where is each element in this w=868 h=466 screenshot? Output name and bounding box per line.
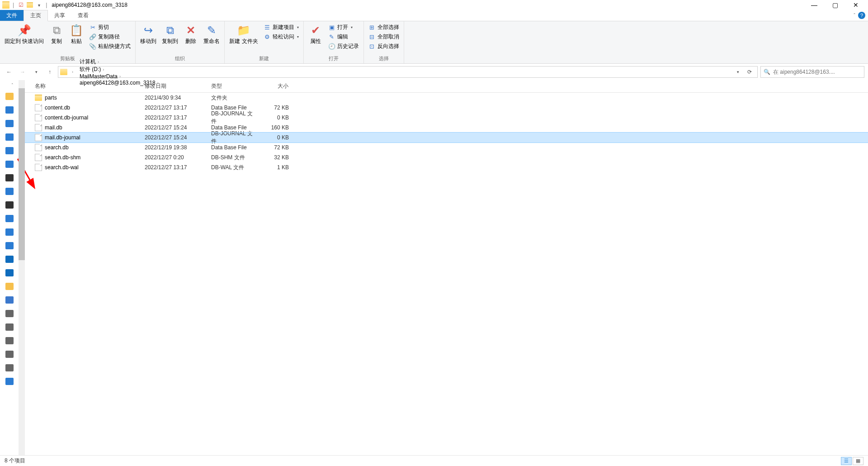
nav-item-icon[interactable] bbox=[5, 351, 14, 358]
ribbon-group-select: ⊞全部选择 ⊟全部取消 ⊡反向选择 选择 bbox=[364, 21, 404, 63]
col-type[interactable]: 类型 bbox=[207, 82, 261, 90]
open-button[interactable]: ▣打开▾ bbox=[326, 23, 361, 32]
paste-shortcut-button[interactable]: 📎粘贴快捷方式 bbox=[87, 42, 132, 51]
column-headers[interactable]: ˄ 名称 修改日期 类型 大小 bbox=[25, 80, 868, 93]
edit-button[interactable]: ✎编辑 bbox=[326, 33, 361, 41]
copy-button[interactable]: ⧉复制 bbox=[47, 22, 66, 46]
nav-item-icon[interactable] bbox=[5, 228, 14, 236]
ribbon-group-open: ✔属性 ▣打开▾ ✎编辑 🕘历史记录 打开 bbox=[304, 21, 364, 63]
search-input[interactable]: 🔍 bbox=[760, 66, 864, 78]
select-none-button[interactable]: ⊟全部取消 bbox=[367, 33, 401, 41]
help-icon[interactable]: ? bbox=[858, 12, 865, 19]
status-text: 8 个项目 bbox=[5, 457, 25, 465]
ribbon-collapse-icon[interactable]: ˆ bbox=[854, 13, 855, 18]
minimize-button[interactable]: ― bbox=[804, 0, 825, 10]
nav-item-icon[interactable] bbox=[5, 174, 14, 181]
table-row[interactable]: search.db-shm2022/12/27 0:20DB-SHM 文件32 … bbox=[25, 152, 868, 162]
breadcrumb-item[interactable]: 计算机› bbox=[78, 58, 162, 66]
nav-item-icon[interactable] bbox=[5, 269, 14, 276]
table-row[interactable]: parts2021/4/30 9:34文件夹 bbox=[25, 93, 868, 103]
ribbon: 📌固定到 快速访问 ⧉复制 📋粘贴 ✂剪切 🔗复制路径 📎粘贴快捷方式 剪贴板 … bbox=[0, 21, 868, 64]
title-bar: | ☑ ▾ | aipeng864128@163.com_3318 ― ▢ ✕ bbox=[0, 0, 868, 10]
navigation-pane[interactable]: ˄ bbox=[0, 80, 25, 455]
qat-properties-icon[interactable]: ☑ bbox=[17, 1, 25, 9]
nav-item-icon[interactable] bbox=[5, 201, 14, 209]
table-row[interactable]: content.db2022/12/27 13:17Data Base File… bbox=[25, 103, 868, 113]
nav-item-icon[interactable] bbox=[5, 147, 14, 154]
nav-item-icon[interactable] bbox=[5, 242, 14, 249]
copy-path-button[interactable]: 🔗复制路径 bbox=[87, 33, 132, 41]
tab-share[interactable]: 共享 bbox=[48, 10, 71, 21]
nav-item-icon[interactable] bbox=[5, 93, 14, 100]
table-row[interactable]: search.db2022/12/19 19:38Data Base File7… bbox=[25, 143, 868, 152]
nav-back-button[interactable]: ← bbox=[4, 67, 14, 77]
nav-item-icon[interactable] bbox=[5, 161, 14, 168]
copy-to-button[interactable]: ⧉复制到 bbox=[160, 22, 180, 46]
tab-home[interactable]: 主页 bbox=[24, 10, 48, 21]
qat-newfolder-icon[interactable] bbox=[26, 1, 34, 9]
nav-item-icon[interactable] bbox=[5, 296, 14, 304]
nav-item-icon[interactable] bbox=[5, 120, 14, 127]
address-bar: ← → ▾ ↑ › 计算机›软件 (D:)›MailMasterData›aip… bbox=[0, 64, 868, 80]
tab-file[interactable]: 文件 bbox=[0, 10, 24, 21]
col-size[interactable]: 大小 bbox=[261, 82, 293, 90]
nav-forward-button[interactable]: → bbox=[17, 67, 28, 77]
nav-scrollbar[interactable] bbox=[19, 80, 25, 455]
pin-button[interactable]: 📌固定到 快速访问 bbox=[3, 22, 46, 46]
nav-item-icon[interactable] bbox=[5, 256, 14, 263]
cut-button[interactable]: ✂剪切 bbox=[87, 23, 132, 32]
file-icon bbox=[35, 154, 42, 161]
breadcrumb[interactable]: › 计算机›软件 (D:)›MailMasterData›aipeng86412… bbox=[58, 66, 758, 78]
history-button[interactable]: 🕘历史记录 bbox=[326, 42, 361, 51]
file-icon bbox=[35, 104, 42, 111]
nav-item-icon[interactable] bbox=[5, 133, 14, 141]
properties-button[interactable]: ✔属性 bbox=[307, 22, 325, 46]
chevron-up-icon[interactable]: ˄ bbox=[11, 83, 14, 87]
table-row[interactable]: mail.db2022/12/27 15:24Data Base File160… bbox=[25, 123, 868, 133]
table-row[interactable]: mail.db-journal2022/12/27 15:24DB-JOURNA… bbox=[25, 133, 868, 143]
nav-item-icon[interactable] bbox=[5, 188, 14, 195]
sort-indicator-icon: ˄ bbox=[106, 81, 108, 85]
view-icons-button[interactable]: ▦ bbox=[853, 457, 863, 465]
nav-item-icon[interactable] bbox=[5, 337, 14, 344]
file-icon bbox=[35, 124, 42, 131]
delete-button[interactable]: ✕删除 bbox=[182, 22, 200, 46]
ribbon-tabs: 文件 主页 共享 查看 ˆ ? bbox=[0, 10, 868, 21]
nav-item-icon[interactable] bbox=[5, 378, 14, 385]
new-item-button[interactable]: ☰新建项目▾ bbox=[262, 23, 301, 32]
file-icon bbox=[35, 114, 42, 121]
nav-item-icon[interactable] bbox=[5, 310, 14, 317]
nav-up-button[interactable]: ↑ bbox=[44, 67, 55, 77]
refresh-button[interactable]: ⟳ bbox=[744, 67, 755, 77]
paste-button[interactable]: 📋粘贴 bbox=[67, 22, 85, 46]
nav-item-icon[interactable] bbox=[5, 323, 14, 331]
tab-view[interactable]: 查看 bbox=[71, 10, 95, 21]
nav-item-icon[interactable] bbox=[5, 106, 14, 114]
nav-item-icon[interactable] bbox=[5, 364, 14, 371]
ribbon-group-organize: ↪移动到 ⧉复制到 ✕删除 ✎重命名 组织 bbox=[136, 21, 225, 63]
nav-recent-button[interactable]: ▾ bbox=[31, 67, 42, 77]
addr-dropdown-icon[interactable]: ▾ bbox=[732, 67, 744, 77]
nav-item-icon[interactable] bbox=[5, 283, 14, 290]
table-row[interactable]: content.db-journal2022/12/27 13:17DB-JOU… bbox=[25, 113, 868, 123]
move-to-button[interactable]: ↪移动到 bbox=[138, 22, 158, 46]
new-folder-button[interactable]: 📁新建 文件夹 bbox=[227, 22, 259, 46]
col-date[interactable]: 修改日期 bbox=[140, 82, 207, 90]
breadcrumb-item[interactable]: 软件 (D:)› bbox=[78, 66, 162, 73]
breadcrumb-item[interactable]: MailMasterData› bbox=[78, 73, 162, 80]
easy-access-button[interactable]: ⚙轻松访问▾ bbox=[262, 33, 301, 41]
nav-item-icon[interactable] bbox=[5, 215, 14, 222]
col-name[interactable]: 名称 bbox=[25, 82, 140, 90]
file-icon bbox=[35, 164, 42, 171]
qat-customize-icon[interactable]: ▾ bbox=[35, 1, 43, 9]
status-bar: 8 个项目 ☰ ▦ bbox=[0, 455, 868, 466]
ribbon-group-clipboard: 📌固定到 快速访问 ⧉复制 📋粘贴 ✂剪切 🔗复制路径 📎粘贴快捷方式 剪贴板 bbox=[0, 21, 136, 63]
table-row[interactable]: search.db-wal2022/12/27 13:17DB-WAL 文件1 … bbox=[25, 162, 868, 172]
invert-selection-button[interactable]: ⊡反向选择 bbox=[367, 42, 401, 51]
rename-button[interactable]: ✎重命名 bbox=[202, 22, 222, 46]
close-button[interactable]: ✕ bbox=[845, 0, 866, 10]
view-details-button[interactable]: ☰ bbox=[841, 457, 852, 465]
folder-icon bbox=[60, 69, 67, 75]
select-all-button[interactable]: ⊞全部选择 bbox=[367, 23, 401, 32]
maximize-button[interactable]: ▢ bbox=[825, 0, 845, 10]
